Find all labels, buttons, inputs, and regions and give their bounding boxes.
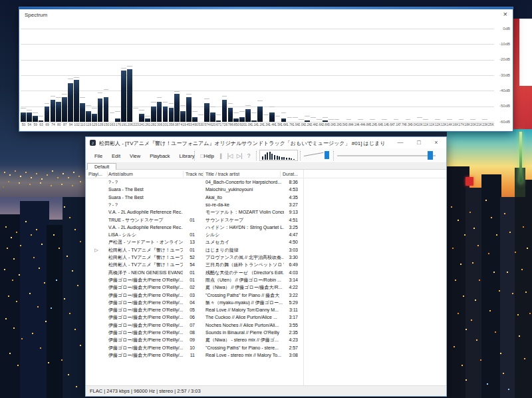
mini-spectrum-bar (293, 159, 295, 160)
column-header-4[interactable]: Durat... (283, 170, 298, 178)
cell-track-no: 08 (179, 329, 195, 337)
spectrum-peak-marker (406, 119, 411, 120)
spectrum-peak-marker (110, 112, 115, 113)
spectrum-peak-marker (104, 89, 109, 90)
menu-item-edit[interactable]: Edit (107, 149, 125, 164)
wallpaper-building (481, 174, 501, 398)
playlist-row[interactable]: LiSA - シルシ01シルシ4:47 (86, 231, 446, 239)
menu-item-library[interactable]: Library (175, 149, 200, 164)
playlist-row[interactable]: 高橋洋子 - NEON GENESIS EVANG...01残酷な天使のテーゼ … (86, 269, 446, 277)
cell-track-no: 01 (179, 276, 195, 284)
wallpaper-window-lights-right (0, 0, 1, 1)
spectrum-bar (121, 71, 126, 122)
minimize-button[interactable]: — (393, 138, 408, 147)
close-button[interactable]: × (429, 138, 444, 147)
spectrum-bar (281, 118, 287, 122)
mini-spectrum-bar (271, 154, 273, 160)
column-header-0[interactable]: Playi... (88, 170, 102, 178)
cell-artist-album: 松田彬人 - TVアニメ『響け！ユーフォニ... (108, 254, 183, 262)
menu-item-view[interactable]: View (125, 149, 145, 164)
cell-duration: 3:17 (281, 313, 298, 321)
transport-controls: □▷∥|◁▷|? (198, 148, 253, 163)
spectrum-bar (68, 83, 73, 122)
spectrum-peak-marker (27, 110, 32, 110)
spectrum-peak-marker (139, 110, 144, 110)
maximize-button[interactable]: □ (412, 138, 426, 147)
spectrum-peak-marker (216, 114, 221, 115)
playlist-row[interactable]: TRUE - サウンドスケープ01サウンドスケープ4:51 (86, 216, 446, 224)
playlist-row[interactable]: 松田彬人 - TVアニメ『響け！ユーフォニ...52プロヴァンスの風 // 北宇… (86, 254, 446, 262)
playlist-row[interactable]: 伊藤ゴロー/藤倉大/Pierre O'Reilly/...11Real Love… (86, 351, 446, 359)
seekbar[interactable] (337, 150, 440, 161)
spectrum-peak-marker (92, 108, 97, 108)
wallpaper-logo-letter: F (513, 19, 532, 101)
playlist-tab-default[interactable]: Default (87, 163, 116, 170)
spectrum-bar (21, 112, 26, 122)
spectrum-bar (222, 100, 227, 122)
spectrum-bar (323, 120, 328, 122)
y-axis-tick-label: -10dB (490, 42, 510, 46)
playlist-row[interactable]: V.A. - 2L Audiophile Reference Rec...モーツ… (86, 208, 446, 216)
playlist-row[interactable]: 伊藤ゴロー/藤倉大/Pierre O'Reilly/...08Sounds in… (86, 329, 446, 337)
column-header-2[interactable]: Track no (186, 170, 203, 178)
playlist-row[interactable]: ▷松田彬人 - TVアニメ『響け！ユーフォニ...01はじまりの旋律3:03 (86, 246, 446, 254)
playlist-row[interactable]: Suara - The BestAkai_ito4:35 (86, 194, 446, 202)
spectrum-peak-marker (80, 97, 85, 98)
spectrum-peak-marker (245, 105, 251, 106)
playlist-row[interactable]: 伊藤ゴロー/藤倉大/Pierre O'Reilly/...06The Cucko… (86, 313, 446, 321)
playlist-row[interactable]: 伊藤ゴロー/藤倉大/Pierre O'Reilly/...09庭（Niwa） -… (86, 336, 446, 344)
playlist-row[interactable]: 伊藤ゴロー/藤倉大/Pierre O'Reilly/...01雨点（Uten） … (86, 276, 446, 284)
spectrum-bar (210, 112, 215, 122)
random-button[interactable]: ? (244, 148, 253, 163)
play-button[interactable]: ▷ (207, 148, 216, 163)
volume-slider[interactable] (303, 150, 331, 161)
playlist-row[interactable]: 戸松遥 - ソードアート・オンライン ソング...13ユメセカイ4:50 (86, 238, 446, 246)
playlist-header[interactable]: Playi...Artist/albumTrack noTitle / trac… (86, 170, 446, 178)
playlist-row[interactable]: 伊藤ゴロー/藤倉大/Pierre O'Reilly/...03"Crossing… (86, 292, 446, 299)
wallpaper-building (20, 201, 49, 398)
spectrum-bar (80, 103, 85, 122)
playlist-row[interactable]: ? - ?04_Bach-Concerto for Harpsichord...… (86, 178, 446, 186)
stop-button[interactable]: □ (198, 148, 207, 163)
spectrum-peak-marker (51, 96, 56, 97)
cell-duration: 6:49 (281, 261, 298, 269)
spectrum-bar (163, 106, 168, 122)
playlist-row[interactable]: 伊藤ゴロー/藤倉大/Pierre O'Reilly/...05Real Love… (86, 306, 446, 314)
playlist-row[interactable]: 伊藤ゴロー/藤倉大/Pierre O'Reilly/...04脈々（myaku-… (86, 299, 446, 307)
spectrum-peak-marker (394, 119, 399, 120)
spectrum-peak-marker (323, 117, 328, 118)
y-axis-tick-label: -30dB (490, 73, 510, 77)
player-titlebar[interactable]: ♪ 松田彬人 - [TVアニメ『響け！ユーフォニアム』オリジナルサウンドトラック… (86, 137, 446, 148)
menu-item-playback[interactable]: Playback (145, 149, 174, 164)
playlist-row[interactable]: 松田彬人 - TVアニメ『響け！ユーフォニ...54三日月の舞（抜粋 トランペッ… (86, 261, 446, 269)
menu-item-file[interactable]: File (90, 149, 107, 164)
spectrum-peak-marker (151, 102, 156, 102)
playlist-row[interactable]: 伊藤ゴロー/藤倉大/Pierre O'Reilly/...10"Crossing… (86, 344, 446, 352)
pause-button[interactable]: ∥ (216, 148, 225, 163)
volume-handle[interactable] (325, 151, 329, 159)
playlist-row[interactable]: ? - ?so-re-da-ke3:27 (86, 201, 446, 209)
column-header-3[interactable]: Title / track artist (205, 170, 239, 178)
cell-title: シルシ (205, 231, 284, 239)
column-header-1[interactable]: Artist/album (108, 170, 133, 178)
seekbar-handle[interactable] (428, 151, 433, 160)
cell-title: 雨点（Uten） // 伊藤ゴロー/Robin ... (205, 276, 284, 284)
grid-line (21, 44, 494, 45)
spectrum-bar (204, 103, 209, 122)
playlist-row[interactable]: Suara - The BestMaiochiru_yukinoyouni4:5… (86, 186, 446, 194)
playlist-row[interactable]: V.A. - 2L Audiophile Reference Rec...ハイド… (86, 224, 446, 232)
previous-button[interactable]: |◁ (225, 148, 235, 163)
playlist-row[interactable]: 伊藤ゴロー/藤倉大/Pierre O'Reilly/...02庭（Niwa） /… (86, 284, 446, 292)
cell-artist-album: 伊藤ゴロー/藤倉大/Pierre O'Reilly/... (108, 321, 183, 329)
close-icon[interactable]: × (503, 10, 507, 18)
playlist-row[interactable]: 伊藤ゴロー/藤倉大/Pierre O'Reilly/...07Noches No… (86, 321, 446, 329)
spectrum-peak-marker (68, 79, 73, 79)
mini-spectrum-bar (265, 154, 266, 160)
mini-spectrum-visualization (259, 150, 298, 161)
next-button[interactable]: ▷| (235, 148, 244, 163)
playing-indicator: ▷ (87, 246, 106, 254)
cell-title: 庭（Niwa） - stereo mix // 伊藤ゴ... (205, 336, 284, 344)
spectrum-bar (92, 114, 97, 122)
header-column-separator (280, 171, 281, 177)
spectrum-peak-marker (370, 119, 375, 120)
